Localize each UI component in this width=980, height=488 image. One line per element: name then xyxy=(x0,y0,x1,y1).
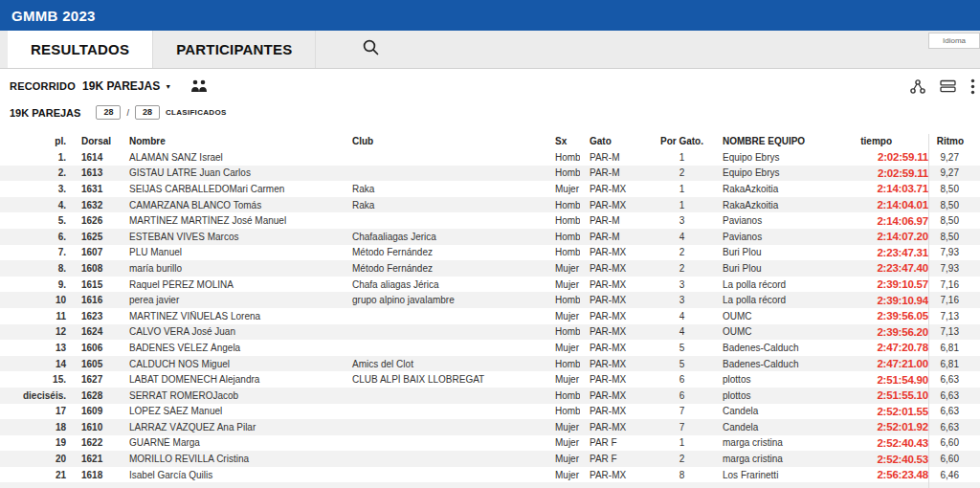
cell-por-gato: 5 xyxy=(651,359,713,369)
cell-gato: PAR-MX xyxy=(580,470,651,480)
share-nodes-icon[interactable] xyxy=(910,79,925,94)
cell-tiempo: 2:51:54.90 xyxy=(857,374,928,386)
table-row[interactable]: 10 1616 perea javier grupo alpino javala… xyxy=(0,292,980,308)
cell-sx: Hombre xyxy=(546,247,580,257)
results-summary: 19K PAREJAS 28 / 28 CLASIFICADOS xyxy=(10,105,227,120)
cell-nombre: MORILLO REVILLA Cristina xyxy=(120,454,343,464)
table-row[interactable]: 7. 1607 PLU Manuel Método Fernández Homb… xyxy=(0,245,980,261)
cell-nombre: CAMARZANA BLANCO Tomás xyxy=(120,200,343,211)
kebab-menu-icon[interactable] xyxy=(970,78,975,95)
table-row[interactable]: 13 1606 BADENES VÉLEZ Ángela Mujer PAR-M… xyxy=(0,340,980,356)
cell-gato: PAR-MX xyxy=(580,326,651,337)
search-icon[interactable] xyxy=(362,38,380,60)
cell-por-gato: 6 xyxy=(651,390,713,401)
tab-resultados-label: RESULTADOS xyxy=(31,41,129,57)
col-ritmo: Ritmo xyxy=(928,136,980,146)
cell-tiempo: 2:14:06.97 xyxy=(857,215,928,227)
table-row[interactable]: 9. 1615 Raquel PÉREZ MOLINA Chafa aliaga… xyxy=(0,277,980,293)
cell-ritmo: 6,60 xyxy=(928,454,980,464)
cell-dorsal: 1613 xyxy=(72,167,120,178)
cell-sx: Mujer xyxy=(546,470,580,480)
cell-tiempo: 2:39:56.05 xyxy=(857,310,928,322)
cell-ritmo: 9,27 xyxy=(928,167,980,178)
cell-por-gato: 1 xyxy=(651,152,713,163)
cell-por-gato: 2 xyxy=(651,247,713,257)
cell-tiempo: 2:47:21.00 xyxy=(857,358,928,369)
table-row[interactable]: 8. 1608 maría burillo Método Fernández M… xyxy=(0,260,980,277)
cell-sx: Mujer xyxy=(546,454,580,464)
cell-gato: PAR-MX xyxy=(580,343,651,353)
cell-tiempo: 2:52:40.53 xyxy=(857,454,928,465)
table-row[interactable]: 15. 1627 LABAT DOMENECH Alejandra CLUB A… xyxy=(0,371,980,388)
summary-title: 19K PAREJAS xyxy=(10,107,80,119)
cell-ritmo: 7,13 xyxy=(928,311,980,322)
cell-nombre: BADENES VÉLEZ Ángela xyxy=(120,343,343,353)
table-row[interactable]: 4. 1632 CAMARZANA BLANCO Tomás Raka Homb… xyxy=(0,197,980,213)
cell-tiempo: 2:56:23.48 xyxy=(857,469,928,480)
table-row[interactable]: 12 1624 CALVO VERA José Juan Hombre PAR-… xyxy=(0,324,980,341)
app-window: GMMB 2023 RESULTADOS PARTICIPANTES Idiom… xyxy=(0,0,980,488)
cell-por-gato: 4 xyxy=(651,311,713,322)
idioma-button[interactable]: Idioma xyxy=(928,33,980,49)
cell-dorsal: 1627 xyxy=(72,374,120,385)
cell-dorsal: 1631 xyxy=(72,184,120,194)
table-row[interactable] xyxy=(0,482,980,488)
cell-tiempo: 2:39:10.57 xyxy=(857,278,928,290)
table-body: 1. 1614 ALAMÁN SANZ Israel Hombre PAR-M … xyxy=(0,149,980,488)
cell-nombre-equipo: Pavianos xyxy=(713,215,857,226)
cell-por-gato: 1 xyxy=(651,437,713,448)
cell-por-gato: 3 xyxy=(651,279,713,290)
recorrido-select[interactable]: 19K PAREJAS ▼ xyxy=(82,79,171,93)
cell-nombre: LABAT DOMENECH Alejandra xyxy=(120,374,343,385)
cell-nombre: perea javier xyxy=(120,295,343,305)
col-nombre: Nombre xyxy=(120,136,343,146)
cell-tiempo: 2:39:10.94 xyxy=(857,295,928,306)
cell-sx: Mujer xyxy=(546,279,580,290)
tab-participantes[interactable]: PARTICIPANTES xyxy=(152,31,316,68)
cell-tiempo: 2:14:07.20 xyxy=(857,231,928,242)
cell-gato: PAR-MX xyxy=(580,359,651,369)
cell-pl: 12 xyxy=(0,326,72,337)
table-row[interactable]: 11 1623 MARTINEZ VIÑUELAS Lorena Mujer P… xyxy=(0,308,980,324)
cell-nombre-equipo: plottos xyxy=(713,374,857,385)
cell-por-gato: 4 xyxy=(651,232,713,242)
cell-dorsal: 1618 xyxy=(72,470,120,480)
cell-ritmo: 6,60 xyxy=(928,437,980,448)
table-row[interactable]: 17 1609 LÓPEZ SÁEZ Manuel Hombre PAR-MX … xyxy=(0,404,980,420)
cell-gato: PAR-MX xyxy=(580,263,651,274)
cell-pl: 11 xyxy=(0,311,72,322)
finished-count-badge: 28 xyxy=(96,105,121,120)
cell-ritmo: 8,50 xyxy=(928,215,980,226)
chevron-down-icon: ▼ xyxy=(165,83,171,90)
tab-participantes-label: PARTICIPANTES xyxy=(176,41,292,57)
table-row[interactable]: 2. 1613 GISTAU LATRE Juan Carlos Hombre … xyxy=(0,166,980,182)
cell-nombre: ESTEBAN VIVES Marcos xyxy=(120,232,343,242)
cell-nombre: GISTAU LATRE Juan Carlos xyxy=(120,167,343,178)
table-row[interactable]: 3. 1631 SEIJAS CARBALLEDOMari Carmen Rak… xyxy=(0,181,980,197)
cell-ritmo: 6,63 xyxy=(928,390,980,401)
table-row[interactable]: 14 1605 CALDUCH NOS Miguel Amics del Clo… xyxy=(0,356,980,372)
cell-por-gato: 2 xyxy=(651,263,713,274)
cell-pl: 2. xyxy=(0,167,72,178)
table-row[interactable]: 18 1610 LARRAZ VÁZQUEZ Ana Pilar Mujer P… xyxy=(0,419,980,435)
table-row[interactable]: 5. 1626 MARTÍNEZ MARTÍNEZ José Manuel Ho… xyxy=(0,212,980,229)
list-view-icon[interactable] xyxy=(940,79,956,93)
table-header: pl. Dorsal Nombre Club Sx Gato Por Gato.… xyxy=(0,132,980,149)
cell-sx: Mujer xyxy=(546,263,580,274)
table-row[interactable]: 21 1618 Isabel García Quilis Mujer PAR-M… xyxy=(0,467,980,483)
cell-ritmo: 6,63 xyxy=(928,374,980,385)
table-row[interactable]: 20 1621 MORILLO REVILLA Cristina Mujer P… xyxy=(0,451,980,467)
cell-sx: Mujer xyxy=(546,422,580,433)
col-nombre-equipo: NOMBRE EQUIPO xyxy=(713,136,857,146)
cell-dorsal: 1622 xyxy=(72,437,120,448)
table-row[interactable]: 6. 1625 ESTEBAN VIVES Marcos Chafaaliaga… xyxy=(0,229,980,245)
cell-nombre-equipo: OUMC xyxy=(713,326,857,337)
table-row[interactable]: dieciséis. 1628 SERRAT ROMEROJacob Hombr… xyxy=(0,388,980,404)
cell-dorsal: 1623 xyxy=(72,311,120,322)
table-row[interactable]: 19 1622 GUARNÉ Marga Mujer PAR F 1 marga… xyxy=(0,435,980,452)
cell-dorsal: 1616 xyxy=(72,295,120,305)
table-row[interactable]: 1. 1614 ALAMÁN SANZ Israel Hombre PAR-M … xyxy=(0,149,980,166)
cell-tiempo: 2:52:40.43 xyxy=(857,437,928,449)
cell-ritmo: 6,81 xyxy=(928,343,980,353)
tab-resultados[interactable]: RESULTADOS xyxy=(8,31,152,68)
